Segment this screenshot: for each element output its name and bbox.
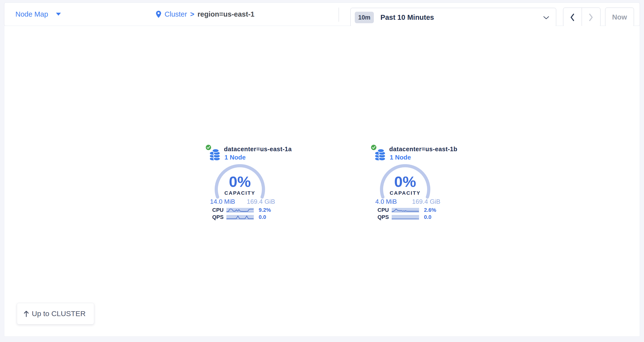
- cpu-value: 2.6%: [424, 207, 436, 213]
- cpu-sparkline: [392, 208, 419, 212]
- node-count-link[interactable]: 1 Node: [224, 154, 246, 161]
- capacity-percent: 0%: [215, 173, 265, 190]
- now-button[interactable]: Now: [605, 7, 634, 27]
- node-count-link[interactable]: 1 Node: [390, 154, 411, 161]
- datacenter-card[interactable]: datacenter=us-east-1a 1 Node 0% CAPACITY…: [205, 144, 278, 226]
- time-range-dropdown[interactable]: 10m Past 10 Minutes: [350, 8, 556, 27]
- qps-stat-row: QPS 0.0: [212, 215, 276, 220]
- qps-sparkline: [392, 215, 419, 219]
- capacity-range: 4.0 MiB 169.4 GiB: [375, 198, 440, 205]
- datacenter-card[interactable]: datacenter=us-east-1b 1 Node 0% CAPACITY…: [370, 144, 444, 226]
- toolbar: Node Map Cluster > region=us-east-1 10m …: [4, 2, 640, 26]
- up-to-cluster-label: Up to CLUSTER: [32, 310, 86, 318]
- up-to-cluster-button[interactable]: Up to CLUSTER: [17, 303, 94, 325]
- capacity-total: 169.4 GiB: [412, 198, 440, 205]
- cpu-sparkline: [226, 208, 254, 212]
- view-selector-dropdown[interactable]: Node Map: [16, 3, 61, 26]
- qps-stat-row: QPS 0.0: [378, 215, 442, 220]
- qps-value: 0.0: [424, 214, 432, 220]
- qps-label: QPS: [378, 214, 392, 220]
- capacity-label: CAPACITY: [215, 190, 265, 196]
- cpu-label: CPU: [212, 207, 226, 213]
- cpu-stat-row: CPU 9.2%: [212, 208, 276, 213]
- chevron-down-icon: [543, 16, 549, 19]
- triangle-down-icon: [56, 13, 61, 16]
- database-stack-icon: [374, 149, 386, 161]
- capacity-percent: 0%: [380, 173, 430, 190]
- arrow-up-icon: [24, 311, 29, 317]
- datacenter-name: datacenter=us-east-1a: [224, 146, 292, 153]
- chevron-right-icon: [588, 13, 594, 21]
- qps-label: QPS: [212, 214, 226, 220]
- capacity-range: 14.0 MiB 169.4 GiB: [210, 198, 275, 205]
- breadcrumb-cluster-link[interactable]: Cluster: [164, 10, 187, 18]
- cpu-value: 9.2%: [259, 207, 271, 213]
- chevron-left-icon: [570, 13, 575, 21]
- database-stack-icon: [209, 149, 220, 161]
- breadcrumb: Cluster > region=us-east-1: [156, 3, 254, 26]
- time-range-badge: 10m: [355, 12, 374, 23]
- time-forward-button[interactable]: [582, 8, 600, 27]
- datacenter-name: datacenter=us-east-1b: [389, 146, 458, 153]
- cpu-stat-row: CPU 2.6%: [378, 208, 442, 213]
- time-range-label: Past 10 Minutes: [380, 13, 434, 21]
- location-pin-icon: [156, 10, 161, 18]
- qps-value: 0.0: [259, 214, 266, 220]
- breadcrumb-current: region=us-east-1: [198, 10, 254, 18]
- capacity-total: 169.4 GiB: [247, 198, 275, 205]
- capacity-label: CAPACITY: [380, 190, 430, 196]
- breadcrumb-separator: >: [190, 10, 194, 18]
- view-selector-label: Node Map: [16, 10, 48, 18]
- node-map-canvas: datacenter=us-east-1a 1 Node 0% CAPACITY…: [4, 26, 640, 337]
- cpu-label: CPU: [378, 207, 392, 213]
- time-history-controls: [563, 7, 600, 27]
- capacity-used: 4.0 MiB: [375, 198, 397, 205]
- capacity-used: 14.0 MiB: [210, 198, 235, 205]
- time-back-button[interactable]: [563, 8, 582, 27]
- qps-sparkline: [226, 215, 254, 219]
